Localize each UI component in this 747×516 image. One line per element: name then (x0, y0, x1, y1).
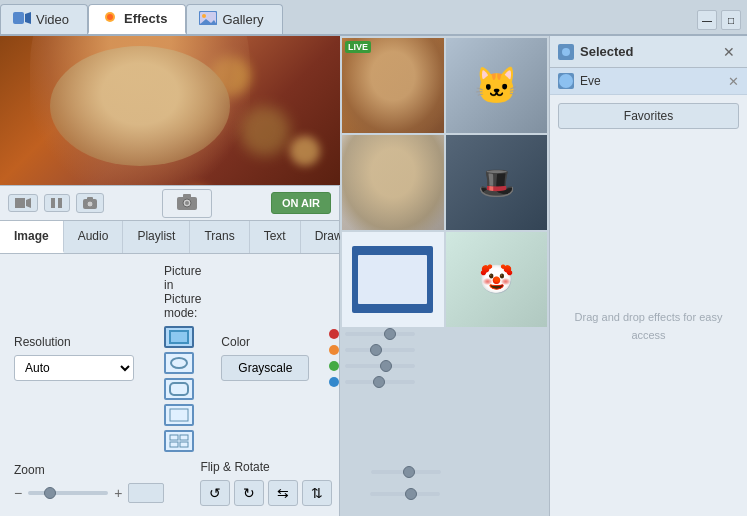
zoom-minus-icon[interactable]: − (14, 485, 22, 501)
grayscale-btn[interactable]: Grayscale (221, 355, 309, 381)
thumbnails-panel: LIVE 🐱 🎩 🤡 (340, 36, 550, 516)
svg-rect-22 (170, 409, 188, 421)
top-tab-bar: Video Effects Gallery — □ (0, 0, 747, 36)
svg-rect-14 (87, 197, 93, 200)
svg-point-3 (107, 14, 113, 20)
tab-effects[interactable]: Effects (88, 4, 186, 34)
svg-rect-26 (180, 442, 188, 447)
zoom-label: Zoom (14, 463, 164, 477)
effect-icon-eve (558, 73, 574, 89)
svg-rect-24 (180, 435, 188, 440)
svg-rect-10 (51, 198, 55, 208)
svg-rect-11 (58, 198, 62, 208)
svg-rect-25 (170, 442, 178, 447)
pip-oval-btn[interactable] (164, 352, 194, 374)
orange-dot (329, 345, 339, 355)
svg-marker-1 (25, 12, 31, 24)
pip-label: Picture in Picture mode: (164, 264, 201, 320)
selected-item-eve-remove-btn[interactable]: ✕ (728, 74, 739, 89)
thumb-cartoon[interactable]: 🤡 (446, 232, 548, 327)
blue-dot (329, 377, 339, 387)
window-minimize-btn[interactable]: — (697, 10, 717, 30)
rotate-cw-btn[interactable]: ↻ (234, 480, 264, 506)
window-maximize-btn[interactable]: □ (721, 10, 741, 30)
tab-playlist[interactable]: Playlist (123, 221, 190, 253)
svg-rect-0 (13, 12, 24, 24)
green-slider[interactable] (345, 364, 415, 368)
effects-icon (101, 10, 119, 27)
left-panel: ON AIR Image Audio Playlist Trans Text D… (0, 36, 340, 516)
on-air-btn[interactable]: ON AIR (271, 192, 331, 214)
pip-group: Picture in Picture mode: (164, 264, 201, 452)
camera-snapshot-btn[interactable] (162, 189, 212, 218)
svg-marker-8 (15, 198, 25, 208)
tab-gallery[interactable]: Gallery (186, 4, 282, 34)
orange-slider[interactable] (345, 348, 415, 352)
gallery-icon (199, 11, 217, 28)
flip-rotate-buttons: ↺ ↻ ⇆ ⇅ (200, 480, 332, 506)
selected-panel-icon (558, 44, 574, 60)
tab-video-label: Video (36, 12, 69, 27)
selected-panel-close-btn[interactable]: ✕ (719, 44, 739, 60)
record-btn[interactable] (8, 194, 38, 212)
selected-item-eve-label: Eve (580, 74, 722, 88)
thumb-woman[interactable] (342, 135, 444, 230)
zoom-group: Zoom − + (14, 463, 164, 503)
red-slider[interactable] (345, 332, 415, 336)
tab-effects-label: Effects (124, 11, 167, 26)
svg-point-28 (559, 74, 573, 88)
flip-v-btn[interactable]: ⇅ (302, 480, 332, 506)
svg-rect-19 (170, 331, 188, 343)
thumb-screen[interactable] (342, 232, 444, 327)
zoom-plus-btn[interactable]: + (114, 485, 122, 501)
favorites-btn[interactable]: Favorites (558, 103, 739, 129)
svg-point-20 (171, 358, 187, 368)
flip-h-btn[interactable]: ⇆ (268, 480, 298, 506)
contrast-slider[interactable] (370, 492, 440, 496)
selected-item-eve: Eve ✕ (550, 68, 747, 95)
live-badge: LIVE (345, 41, 371, 53)
favorites-label: Favorites (624, 109, 673, 123)
pip-full-btn[interactable] (164, 326, 194, 348)
blue-slider[interactable] (345, 380, 415, 384)
snapshot-icon-btn[interactable] (76, 193, 104, 213)
red-dot (329, 329, 339, 339)
pip-rounded-btn[interactable] (164, 378, 194, 400)
video-controls-bar: ON AIR (0, 185, 339, 221)
zoom-slider-row: − + (14, 483, 164, 503)
right-panel: Selected ✕ Eve ✕ Favorites Drag and drop… (550, 36, 747, 516)
tab-video[interactable]: Video (0, 4, 88, 34)
drag-drop-hint: Drag and drop effects for easy access (550, 137, 747, 516)
thumb-man-hat[interactable]: 🎩 (446, 135, 548, 230)
green-dot (329, 361, 339, 371)
zoom-slider[interactable] (28, 491, 108, 495)
on-air-label: ON AIR (282, 197, 320, 209)
svg-point-13 (87, 201, 93, 207)
main-content: ON AIR Image Audio Playlist Trans Text D… (0, 36, 747, 516)
settings-panel: Resolution Auto Picture in Picture mode: (0, 254, 339, 516)
tab-text[interactable]: Text (250, 221, 301, 253)
rotate-ccw-btn[interactable]: ↺ (200, 480, 230, 506)
flip-rotate-label: Flip & Rotate (200, 460, 332, 474)
pip-buttons (164, 326, 201, 452)
settings-row-1: Resolution Auto Picture in Picture mode: (14, 264, 325, 452)
drag-drop-text: Drag and drop effects for easy access (570, 309, 727, 344)
brightness-slider[interactable] (371, 470, 441, 474)
svg-marker-9 (26, 198, 31, 208)
tab-trans[interactable]: Trans (190, 221, 249, 253)
tab-gallery-label: Gallery (222, 12, 263, 27)
svg-point-27 (562, 48, 570, 56)
thumb-live[interactable]: LIVE (342, 38, 444, 133)
pip-grid-btn[interactable] (164, 430, 194, 452)
thumb-cat[interactable]: 🐱 (446, 38, 548, 133)
pip-small-btn[interactable] (164, 404, 194, 426)
sub-tabs: Image Audio Playlist Trans Text Draw Tim… (0, 221, 339, 254)
resolution-select[interactable]: Auto (14, 355, 134, 381)
tab-audio[interactable]: Audio (64, 221, 124, 253)
tab-image[interactable]: Image (0, 221, 64, 253)
svg-point-17 (185, 201, 189, 205)
svg-point-6 (202, 14, 206, 18)
selected-title: Selected (574, 44, 719, 59)
selected-header: Selected ✕ (550, 36, 747, 68)
pause-btn[interactable] (44, 194, 70, 212)
